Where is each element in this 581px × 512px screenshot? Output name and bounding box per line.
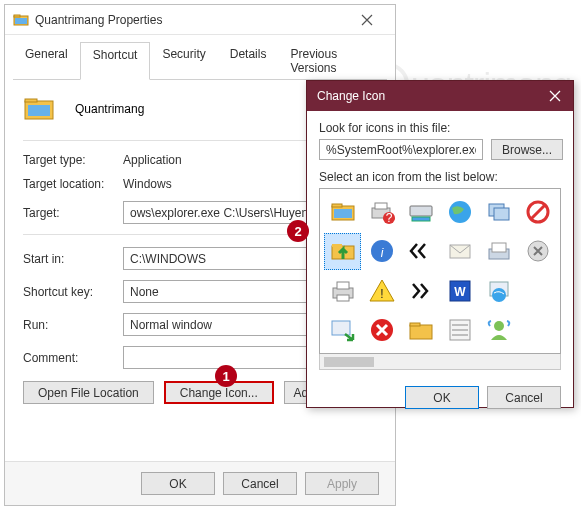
properties-close-button[interactable] bbox=[347, 8, 387, 32]
svg-text:W: W bbox=[454, 285, 466, 299]
chevrons-left-icon[interactable] bbox=[402, 233, 439, 271]
windows-stack-icon[interactable] bbox=[480, 193, 517, 231]
svg-rect-14 bbox=[412, 217, 430, 221]
svg-rect-5 bbox=[28, 105, 50, 116]
tab-details[interactable]: Details bbox=[218, 42, 279, 80]
svg-rect-1 bbox=[14, 15, 20, 17]
svg-text:!: ! bbox=[380, 287, 383, 301]
svg-rect-30 bbox=[337, 295, 349, 301]
blank-icon bbox=[519, 272, 556, 310]
window-arrow-icon[interactable] bbox=[324, 312, 361, 350]
globe-icon[interactable] bbox=[441, 193, 478, 231]
tab-shortcut[interactable]: Shortcut bbox=[80, 42, 151, 80]
svg-text:?: ? bbox=[385, 211, 392, 225]
value-target-type: Application bbox=[123, 153, 182, 167]
label-start-in: Start in: bbox=[23, 252, 123, 266]
no-entry-icon[interactable] bbox=[519, 193, 556, 231]
change-icon-cancel-button[interactable]: Cancel bbox=[487, 386, 561, 409]
properties-title: Quantrimang Properties bbox=[35, 13, 347, 27]
svg-point-44 bbox=[494, 321, 504, 331]
icon-grid-scrollbar[interactable] bbox=[319, 354, 561, 370]
close-grey-icon[interactable] bbox=[519, 233, 556, 271]
word-blue-icon[interactable]: W bbox=[441, 272, 478, 310]
change-icon-close-button[interactable] bbox=[537, 81, 573, 111]
svg-rect-4 bbox=[25, 99, 37, 102]
change-icon-ok-button[interactable]: OK bbox=[405, 386, 479, 409]
properties-footer: OK Cancel Apply bbox=[5, 461, 395, 505]
svg-rect-26 bbox=[492, 243, 506, 252]
tab-previous-versions[interactable]: Previous Versions bbox=[278, 42, 387, 80]
envelope-icon[interactable] bbox=[441, 233, 478, 271]
properties-tabs: General Shortcut Security Details Previo… bbox=[13, 41, 387, 80]
icon-path-input[interactable] bbox=[319, 139, 483, 160]
warning-icon[interactable]: ! bbox=[363, 272, 400, 310]
label-shortcut-key: Shortcut key: bbox=[23, 285, 123, 299]
change-icon-dialog: Change Icon Look for icons in this file:… bbox=[306, 80, 574, 408]
drive-icon[interactable] bbox=[402, 193, 439, 231]
label-target-location: Target location: bbox=[23, 177, 123, 191]
svg-rect-29 bbox=[337, 282, 349, 289]
folder-icon bbox=[13, 12, 29, 28]
svg-rect-17 bbox=[494, 208, 509, 220]
svg-rect-8 bbox=[334, 209, 352, 218]
apply-button[interactable]: Apply bbox=[305, 472, 379, 495]
inbox-icon[interactable] bbox=[480, 233, 517, 271]
change-icon-title: Change Icon bbox=[317, 89, 537, 103]
cancel-button[interactable]: Cancel bbox=[223, 472, 297, 495]
select-icon-label: Select an icon from the list below: bbox=[319, 170, 561, 184]
printer-icon[interactable] bbox=[324, 272, 361, 310]
svg-rect-36 bbox=[332, 321, 350, 335]
folder-up-icon[interactable] bbox=[324, 233, 361, 271]
browse-button[interactable]: Browse... bbox=[491, 139, 563, 160]
label-run: Run: bbox=[23, 318, 123, 332]
svg-rect-2 bbox=[15, 18, 27, 24]
chevrons-right-icon[interactable] bbox=[402, 272, 439, 310]
printer-question-icon[interactable]: ? bbox=[363, 193, 400, 231]
change-icon-titlebar: Change Icon bbox=[307, 81, 573, 111]
svg-point-35 bbox=[492, 288, 506, 302]
tab-security[interactable]: Security bbox=[150, 42, 217, 80]
list-view-icon[interactable] bbox=[441, 312, 478, 350]
svg-rect-39 bbox=[410, 323, 420, 326]
label-target-type: Target type: bbox=[23, 153, 123, 167]
shortcut-folder-icon bbox=[23, 92, 57, 126]
svg-line-19 bbox=[531, 205, 545, 219]
info-icon[interactable]: i bbox=[363, 233, 400, 271]
msn-person-icon[interactable] bbox=[480, 312, 517, 350]
browser-globe-icon[interactable] bbox=[480, 272, 517, 310]
svg-rect-21 bbox=[332, 244, 342, 247]
svg-rect-10 bbox=[375, 203, 387, 209]
error-red-icon[interactable] bbox=[363, 312, 400, 350]
blank-icon bbox=[519, 312, 556, 350]
folder-icon[interactable] bbox=[324, 193, 361, 231]
annotation-step-1: 1 bbox=[215, 365, 237, 387]
svg-rect-7 bbox=[332, 204, 342, 207]
annotation-step-2: 2 bbox=[287, 220, 309, 242]
label-comment: Comment: bbox=[23, 351, 123, 365]
ok-button[interactable]: OK bbox=[141, 472, 215, 495]
look-for-icons-label: Look for icons in this file: bbox=[319, 121, 561, 135]
properties-titlebar: Quantrimang Properties bbox=[5, 5, 395, 35]
shortcut-heading: Quantrimang bbox=[75, 102, 144, 116]
folder-yellow-icon[interactable] bbox=[402, 312, 439, 350]
svg-rect-38 bbox=[410, 325, 432, 339]
value-target-location: Windows bbox=[123, 177, 172, 191]
open-file-location-button[interactable]: Open File Location bbox=[23, 381, 154, 404]
label-target: Target: bbox=[23, 206, 123, 220]
tab-general[interactable]: General bbox=[13, 42, 80, 80]
svg-text:i: i bbox=[380, 246, 383, 260]
icon-grid: ? i ! W bbox=[319, 188, 561, 354]
svg-rect-13 bbox=[410, 206, 432, 216]
